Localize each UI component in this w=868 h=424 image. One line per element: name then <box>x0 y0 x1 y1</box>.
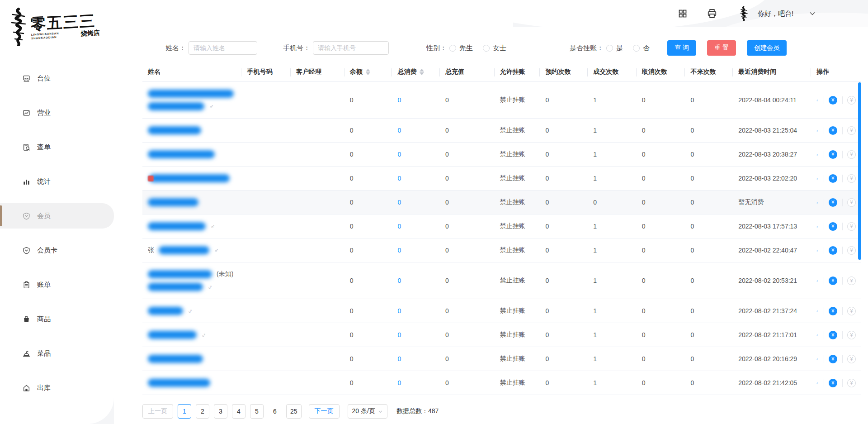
page-button-6[interactable]: 6 <box>268 404 282 419</box>
sidebar-item-6[interactable]: 账单 <box>0 272 114 297</box>
member-card-disabled-icon[interactable]: ¥ <box>847 307 856 315</box>
page-size-select[interactable]: 20 条/页 <box>348 404 387 419</box>
sidebar-item-9[interactable]: 出库 <box>0 375 114 400</box>
recharge-icon[interactable]: ¥ <box>829 355 837 363</box>
recharge-icon[interactable]: ¥ <box>829 198 837 207</box>
radio-circle-icon[interactable] <box>449 45 456 52</box>
consume-link[interactable]: 0 <box>397 199 401 206</box>
recharge-icon[interactable]: ¥ <box>829 246 837 255</box>
recharge-icon[interactable]: ¥ <box>829 174 837 183</box>
member-card-disabled-icon[interactable]: ¥ <box>847 246 856 255</box>
sidebar-item-4[interactable]: 会员 <box>0 203 114 229</box>
consume-link[interactable]: 0 <box>397 277 401 284</box>
sort-carets-icon[interactable] <box>366 69 370 75</box>
create-member-button[interactable]: 创建会员 <box>747 40 787 56</box>
chevron-down-icon[interactable] <box>809 10 816 17</box>
phone-filter-input[interactable] <box>313 41 389 55</box>
printer-icon[interactable] <box>707 9 717 19</box>
member-card-disabled-icon[interactable]: ¥ <box>847 331 856 339</box>
edit-icon[interactable] <box>816 355 818 363</box>
sidebar-item-3[interactable]: 统计 <box>0 169 114 194</box>
sidebar-item-2[interactable]: 查单 <box>0 134 114 160</box>
gender-radio-female[interactable]: 女士 <box>483 44 506 52</box>
table-row: ♂000禁止挂账01002022-08-02 21:37:24¥¥ <box>142 299 861 323</box>
time-cell: 2022-08-03 17:57:13 <box>733 214 811 238</box>
member-card-disabled-icon[interactable]: ¥ <box>847 379 856 387</box>
consume-link[interactable]: 0 <box>397 355 401 362</box>
page-button-5[interactable]: 5 <box>250 404 264 419</box>
recharge-icon[interactable]: ¥ <box>829 150 837 159</box>
next-page-button[interactable]: 下一页 <box>309 404 340 419</box>
sort-carets-icon[interactable] <box>420 69 424 75</box>
phone-cell <box>241 119 291 143</box>
page-button-4[interactable]: 4 <box>232 404 245 419</box>
recharge-icon[interactable]: ¥ <box>829 126 837 135</box>
edit-icon[interactable] <box>816 247 818 254</box>
edit-icon[interactable] <box>816 151 818 158</box>
radio-circle-icon[interactable] <box>606 45 613 52</box>
sidebar-item-7[interactable]: 商品 <box>0 306 114 332</box>
balance-cell: 0 <box>344 299 392 323</box>
member-card-disabled-icon[interactable]: ¥ <box>847 96 856 105</box>
member-card-disabled-icon[interactable]: ¥ <box>847 276 856 285</box>
edit-icon[interactable] <box>816 307 818 315</box>
edit-icon[interactable] <box>816 277 818 285</box>
edit-icon[interactable] <box>816 199 818 206</box>
table-scrollbar-thumb[interactable] <box>858 82 861 260</box>
name-filter-input[interactable] <box>189 41 257 55</box>
column-header-3[interactable]: 余额 <box>344 63 392 82</box>
member-card-disabled-icon[interactable]: ¥ <box>847 222 856 231</box>
consume-link[interactable]: 0 <box>397 331 401 338</box>
consume-link[interactable]: 0 <box>397 247 401 254</box>
consume-link[interactable]: 0 <box>397 151 401 158</box>
edit-icon[interactable] <box>816 127 818 134</box>
credit-radio-yes[interactable]: 是 <box>606 44 623 52</box>
member-card-disabled-icon[interactable]: ¥ <box>847 174 856 183</box>
credit-radio-no[interactable]: 否 <box>633 44 650 52</box>
page-button-2[interactable]: 2 <box>196 404 209 419</box>
sidebar-item-1[interactable]: 营业 <box>0 100 114 125</box>
recharge-icon[interactable]: ¥ <box>829 331 837 339</box>
edit-icon[interactable] <box>816 96 818 104</box>
edit-icon[interactable] <box>816 175 818 182</box>
brand-avatar-icon[interactable] <box>737 6 750 21</box>
member-card-disabled-icon[interactable]: ¥ <box>847 150 856 159</box>
member-card-disabled-icon[interactable]: ¥ <box>847 126 856 135</box>
gender-radio-male[interactable]: 先生 <box>449 44 473 52</box>
apps-grid-icon[interactable] <box>678 9 687 18</box>
sidebar-item-8[interactable]: 菜品 <box>0 341 114 366</box>
radio-circle-icon[interactable] <box>633 45 640 52</box>
filter-buttons: 查 询 重 置 创建会员 <box>667 40 787 56</box>
consume-link[interactable]: 0 <box>397 223 401 230</box>
consume-link[interactable]: 0 <box>397 307 401 314</box>
consume-link[interactable]: 0 <box>397 175 401 182</box>
recharge-icon[interactable]: ¥ <box>829 379 837 387</box>
sidebar-item-0[interactable]: 台位 <box>0 66 114 91</box>
radio-circle-icon[interactable] <box>483 45 490 52</box>
page-button-1[interactable]: 1 <box>178 404 191 419</box>
consume-link[interactable]: 0 <box>397 96 401 104</box>
recharge-icon[interactable]: ¥ <box>829 222 837 231</box>
manager-cell <box>291 214 344 238</box>
recharge-icon[interactable]: ¥ <box>829 307 837 315</box>
query-button[interactable]: 查 询 <box>667 40 696 56</box>
recharge-cell: 0 <box>440 299 495 323</box>
phone-filter-label: 手机号： <box>283 44 310 52</box>
column-header-4[interactable]: 总消费 <box>392 63 440 82</box>
consume-link[interactable]: 0 <box>397 127 401 134</box>
page-button-25[interactable]: 25 <box>286 404 302 419</box>
edit-icon[interactable] <box>816 223 818 230</box>
sidebar-item-5[interactable]: 会员卡 <box>0 238 114 263</box>
member-card-disabled-icon[interactable]: ¥ <box>847 355 856 363</box>
consume-link[interactable]: 0 <box>397 379 401 386</box>
recharge-icon[interactable]: ¥ <box>829 96 837 105</box>
recharge-icon[interactable]: ¥ <box>829 276 837 285</box>
prev-page-button[interactable]: 上一页 <box>142 404 173 419</box>
balance-cell: 0 <box>344 119 392 143</box>
edit-icon[interactable] <box>816 331 818 339</box>
member-card-disabled-icon[interactable]: ¥ <box>847 198 856 207</box>
edit-icon[interactable] <box>816 379 818 387</box>
reset-button[interactable]: 重 置 <box>707 40 736 56</box>
page-button-3[interactable]: 3 <box>214 404 227 419</box>
deal-cell: 1 <box>588 262 637 299</box>
